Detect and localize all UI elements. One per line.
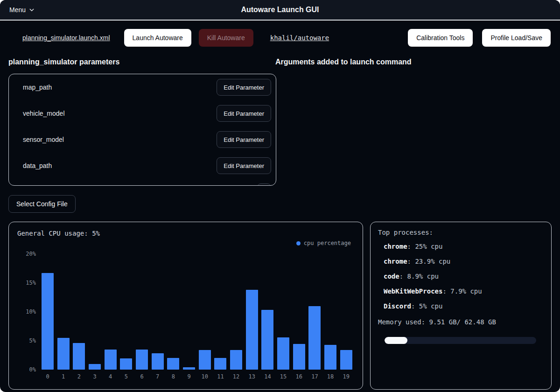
x-tick-label: 14 bbox=[261, 373, 273, 380]
bar-column bbox=[42, 254, 54, 370]
menu-button[interactable]: Menu bbox=[9, 6, 35, 14]
process-detail: : 25% cpu bbox=[407, 243, 443, 250]
launch-file-link[interactable]: planning_simulator.launch.xml bbox=[22, 34, 110, 42]
memory-used-label: Memory used: 9.51 GB/ 62.48 GB bbox=[378, 318, 544, 326]
process-line: chrome: 23.9% cpu bbox=[384, 254, 544, 269]
x-tick-label: 0 bbox=[42, 373, 54, 380]
param-label: vehicle_model bbox=[23, 110, 65, 117]
select-config-file-button[interactable]: Select Config File bbox=[8, 195, 76, 213]
process-line: chrome: 25% cpu bbox=[384, 239, 544, 254]
param-row-map-path: map_path Edit Parameter bbox=[9, 74, 276, 100]
chevron-down-icon bbox=[29, 7, 35, 13]
processes-heading: Top processes: bbox=[378, 229, 544, 236]
process-detail: : 8.9% cpu bbox=[399, 273, 439, 280]
bar-column bbox=[136, 254, 148, 370]
bar-plot bbox=[42, 254, 352, 370]
app-window: Menu Autoware Launch GUI planning_simula… bbox=[0, 0, 560, 392]
cpu-bar bbox=[214, 358, 226, 370]
x-tick-label: 9 bbox=[183, 373, 195, 380]
x-tick-label: 1 bbox=[57, 373, 70, 380]
y-tick-label: 5% bbox=[29, 337, 36, 344]
process-name: WebKitWebProces bbox=[384, 287, 442, 295]
cpu-bar bbox=[89, 364, 101, 370]
x-tick-label: 13 bbox=[246, 373, 258, 380]
profile-load-save-button[interactable]: Profile Load/Save bbox=[482, 29, 551, 47]
cpu-bar bbox=[308, 306, 321, 370]
cpu-bar bbox=[120, 358, 132, 370]
bar-column bbox=[89, 254, 101, 370]
edit-parameter-button[interactable]: Edit Parameter bbox=[217, 105, 271, 122]
x-tick-label: 19 bbox=[340, 373, 352, 380]
legend-dot-icon bbox=[296, 241, 301, 245]
x-tick-label: 16 bbox=[293, 373, 305, 380]
parameters-panel: map_path Edit Parameter vehicle_model Ed… bbox=[8, 74, 276, 186]
bar-column bbox=[105, 254, 117, 370]
x-tick-label: 11 bbox=[214, 373, 226, 380]
param-label: data_path bbox=[23, 162, 52, 169]
edit-parameter-button[interactable] bbox=[257, 183, 271, 186]
bar-column bbox=[308, 254, 321, 370]
bar-column bbox=[261, 254, 273, 370]
legend-label: cpu percentage bbox=[304, 240, 351, 246]
process-name: code bbox=[384, 273, 399, 280]
x-tick-label: 10 bbox=[199, 373, 211, 380]
chart-legend: cpu percentage bbox=[296, 240, 351, 246]
y-axis: 20%15%10%5%0% bbox=[14, 254, 42, 370]
window-title: Autoware Launch GUI bbox=[0, 6, 560, 14]
arguments-heading: Arguments added to launch command bbox=[275, 58, 560, 66]
cpu-bar bbox=[293, 344, 305, 370]
bar-column bbox=[230, 254, 242, 370]
cpu-bar bbox=[277, 337, 289, 370]
cpu-bar bbox=[261, 310, 273, 370]
top-processes-panel: Top processes: chrome: 25% cpu chrome: 2… bbox=[370, 222, 552, 390]
edit-parameter-button[interactable]: Edit Parameter bbox=[217, 79, 271, 96]
cpu-bar bbox=[183, 367, 195, 370]
process-detail: : 23.9% cpu bbox=[407, 258, 451, 265]
param-row-vehicle-model: vehicle_model Edit Parameter bbox=[9, 100, 276, 126]
launch-autoware-button[interactable]: Launch Autoware bbox=[124, 29, 191, 47]
repo-link[interactable]: khalil/autoware bbox=[270, 34, 329, 42]
cpu-bar bbox=[42, 273, 54, 370]
process-detail: : 7.9% cpu bbox=[442, 287, 482, 295]
x-tick-label: 18 bbox=[324, 373, 336, 380]
cpu-bar bbox=[324, 345, 336, 370]
process-line: code: 8.9% cpu bbox=[384, 269, 544, 284]
x-tick-label: 8 bbox=[167, 373, 179, 380]
x-tick-label: 12 bbox=[230, 373, 242, 380]
bar-column bbox=[57, 254, 70, 370]
memory-progress-bar bbox=[385, 337, 536, 344]
x-tick-label: 6 bbox=[136, 373, 148, 380]
y-tick-label: 10% bbox=[26, 308, 36, 315]
bar-column bbox=[214, 254, 226, 370]
bar-column bbox=[183, 254, 195, 370]
y-tick-label: 20% bbox=[26, 251, 36, 257]
cpu-bar bbox=[105, 350, 117, 370]
process-detail: : 5% cpu bbox=[411, 302, 442, 310]
bar-column bbox=[152, 254, 164, 370]
param-row-partial bbox=[9, 179, 276, 186]
calibration-tools-button[interactable]: Calibration Tools bbox=[408, 29, 473, 47]
bar-column bbox=[120, 254, 132, 370]
cpu-bar bbox=[246, 290, 258, 370]
param-label: map_path bbox=[23, 84, 52, 91]
bar-column bbox=[324, 254, 336, 370]
process-line: WebKitWebProces: 7.9% cpu bbox=[384, 284, 544, 299]
process-name: Discord bbox=[384, 302, 411, 310]
x-axis: 012345678910111213141516171819 bbox=[42, 373, 352, 380]
chart-body: 20%15%10%5%0% bbox=[14, 254, 357, 370]
kill-autoware-button[interactable]: Kill Autoware bbox=[199, 29, 253, 47]
parameters-heading: planning_simulator parameters bbox=[0, 58, 275, 66]
cpu-bar bbox=[199, 350, 211, 370]
x-tick-label: 15 bbox=[277, 373, 289, 380]
y-tick-label: 0% bbox=[29, 366, 36, 373]
cpu-bar bbox=[152, 353, 164, 370]
bar-column bbox=[340, 254, 352, 370]
memory-progress-fill bbox=[385, 337, 407, 344]
toolbar: planning_simulator.launch.xml Launch Aut… bbox=[9, 29, 551, 47]
x-tick-label: 2 bbox=[73, 373, 85, 380]
chart-title: General CPU usage: 5% bbox=[17, 230, 357, 237]
process-name: chrome bbox=[384, 243, 407, 250]
edit-parameter-button[interactable]: Edit Parameter bbox=[217, 157, 271, 174]
edit-parameter-button[interactable]: Edit Parameter bbox=[217, 131, 271, 148]
x-tick-label: 7 bbox=[152, 373, 164, 380]
